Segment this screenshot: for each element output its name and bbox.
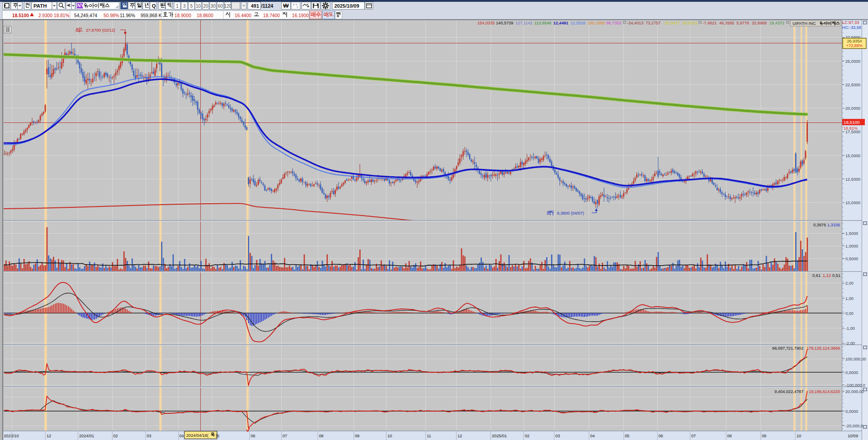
svg-text:9,3800 (04/07): 9,3800 (04/07) xyxy=(557,211,584,215)
svg-text:59,8161: 59,8161 xyxy=(683,21,698,25)
svg-text:5: 5 xyxy=(217,434,219,438)
svg-text:08: 08 xyxy=(319,434,324,438)
svg-text:18.5100: 18.5100 xyxy=(12,13,29,18)
svg-text:100,1950: 100,1950 xyxy=(588,21,605,25)
svg-text:04: 04 xyxy=(179,434,184,438)
svg-text:5: 5 xyxy=(190,4,193,9)
svg-text:10: 10 xyxy=(196,4,201,9)
svg-text:02: 02 xyxy=(113,434,118,438)
svg-text:20,0000: 20,0000 xyxy=(845,106,860,111)
svg-text:18,81%: 18,81% xyxy=(844,126,858,131)
svg-text:06: 06 xyxy=(251,434,255,438)
svg-text:46,3565: 46,3565 xyxy=(719,21,734,25)
svg-text:140,5739: 140,5739 xyxy=(496,21,513,25)
svg-text:03: 03 xyxy=(147,434,151,438)
svg-text:-20,000,0: -20,000,0 xyxy=(845,424,863,428)
svg-text:): ) xyxy=(216,433,217,438)
svg-text:02: 02 xyxy=(525,434,529,438)
svg-text:18,5100: 18,5100 xyxy=(844,120,860,125)
svg-text:27,8700 (02/12): 27,8700 (02/12) xyxy=(86,28,115,33)
svg-text:09: 09 xyxy=(762,434,766,438)
svg-text:-100,000,0: -100,000,0 xyxy=(845,383,865,388)
svg-text:1,12: 1,12 xyxy=(823,273,831,278)
svg-text:12: 12 xyxy=(458,434,462,438)
svg-text:19,186,614,6220: 19,186,614,6220 xyxy=(809,389,840,394)
svg-text:1,0000: 1,0000 xyxy=(845,244,858,248)
svg-text:0,00: 0,00 xyxy=(845,311,854,316)
svg-text:100,000,00: 100,000,00 xyxy=(845,357,866,361)
svg-text:10: 10 xyxy=(387,434,392,438)
svg-text:96,087,721,7902: 96,087,721,7902 xyxy=(772,346,803,351)
svg-text:0,5000: 0,5000 xyxy=(845,257,858,261)
svg-text:1,3336: 1,3336 xyxy=(827,223,840,227)
svg-text:16.4400: 16.4400 xyxy=(235,13,251,18)
svg-text:17,5000: 17,5000 xyxy=(845,130,860,134)
svg-text:0,61: 0,61 xyxy=(812,273,821,278)
svg-text:NY: NY xyxy=(77,3,84,8)
svg-text:11: 11 xyxy=(427,434,431,438)
svg-text:Q: Q xyxy=(152,3,156,9)
svg-text:05: 05 xyxy=(625,434,629,438)
svg-text:2024/01: 2024/01 xyxy=(79,434,94,438)
svg-text:0,51: 0,51 xyxy=(832,273,840,278)
svg-text:03: 03 xyxy=(556,434,560,438)
svg-text:06: 06 xyxy=(659,434,663,438)
svg-text:12,5000: 12,5000 xyxy=(845,177,860,182)
svg-text:19,4372: 19,4372 xyxy=(769,21,784,25)
svg-text:2024/04/18(: 2024/04/18( xyxy=(186,433,208,438)
svg-text:50.98%: 50.98% xyxy=(104,13,119,18)
svg-text:0,0000: 0,0000 xyxy=(845,409,858,414)
svg-text:10: 10 xyxy=(797,434,801,438)
svg-text:22,5000: 22,5000 xyxy=(845,83,860,87)
svg-text:60: 60 xyxy=(218,4,223,9)
svg-text:2,00: 2,00 xyxy=(845,281,854,286)
svg-text:12,4491: 12,4491 xyxy=(553,21,568,25)
svg-text:5,9776: 5,9776 xyxy=(736,21,749,25)
svg-text:73,2757: 73,2757 xyxy=(646,21,660,25)
svg-text:07: 07 xyxy=(691,434,696,438)
svg-text:04: 04 xyxy=(590,434,595,438)
svg-text:2.9300: 2.9300 xyxy=(38,13,52,18)
svg-text:3: 3 xyxy=(183,4,186,9)
svg-text:09: 09 xyxy=(355,434,359,438)
svg-text:-34,4013: -34,4013 xyxy=(627,21,643,25)
svg-text:07: 07 xyxy=(283,434,287,438)
svg-text:154,0335: 154,0335 xyxy=(477,21,495,25)
svg-text:1: 1 xyxy=(176,4,179,9)
svg-text:120: 120 xyxy=(224,4,231,9)
svg-text:UIPATH INC: UIPATH INC xyxy=(793,21,816,26)
svg-text:20,000,00: 20,000,00 xyxy=(845,389,864,394)
svg-text:0,0000: 0,0000 xyxy=(845,370,858,375)
svg-text:11.96%: 11.96% xyxy=(120,13,135,18)
svg-text:20: 20 xyxy=(203,4,208,9)
svg-text:86,7353: 86,7353 xyxy=(606,21,621,25)
svg-text:1,00: 1,00 xyxy=(845,296,854,301)
svg-text:-20,9417: -20,9417 xyxy=(664,21,680,25)
svg-text:32,8968: 32,8968 xyxy=(752,21,767,25)
svg-text:18.9000: 18.9000 xyxy=(175,13,191,18)
svg-text:25,0000: 25,0000 xyxy=(845,59,860,64)
svg-text:LC:97,33: LC:97,33 xyxy=(842,20,859,25)
svg-text:+72,88%: +72,88% xyxy=(846,43,863,48)
svg-text:10,0000: 10,0000 xyxy=(845,201,860,205)
svg-text:-2,00: -2,00 xyxy=(845,341,855,346)
svg-text:9,404,022,4787: 9,404,022,4787 xyxy=(774,389,803,394)
svg-text:-7,4821: -7,4821 xyxy=(703,21,717,25)
svg-text:1,5000: 1,5000 xyxy=(845,231,858,236)
svg-text:16.1900: 16.1900 xyxy=(292,13,309,18)
svg-text:18.7400: 18.7400 xyxy=(263,13,280,18)
svg-text:179,125,124,3669: 179,125,124,3669 xyxy=(807,346,840,351)
svg-text:26,9354: 26,9354 xyxy=(847,39,862,43)
svg-text:2025/01: 2025/01 xyxy=(492,434,507,438)
svg-text:2023/10: 2023/10 xyxy=(4,434,19,438)
svg-text:/1124: /1124 xyxy=(261,3,274,9)
svg-text:0,3976: 0,3976 xyxy=(813,223,826,227)
svg-text:2025/10/09: 2025/10/09 xyxy=(335,3,359,9)
svg-text:18.81%: 18.81% xyxy=(54,13,70,18)
svg-text:959,868 K: 959,868 K xyxy=(141,13,162,18)
svg-text:15,0000: 15,0000 xyxy=(845,154,860,158)
svg-text:113,6546: 113,6546 xyxy=(534,21,552,25)
svg-text:491: 491 xyxy=(251,3,259,9)
svg-text:10/09: 10/09 xyxy=(848,434,858,438)
svg-text:₩: ₩ xyxy=(283,2,289,9)
